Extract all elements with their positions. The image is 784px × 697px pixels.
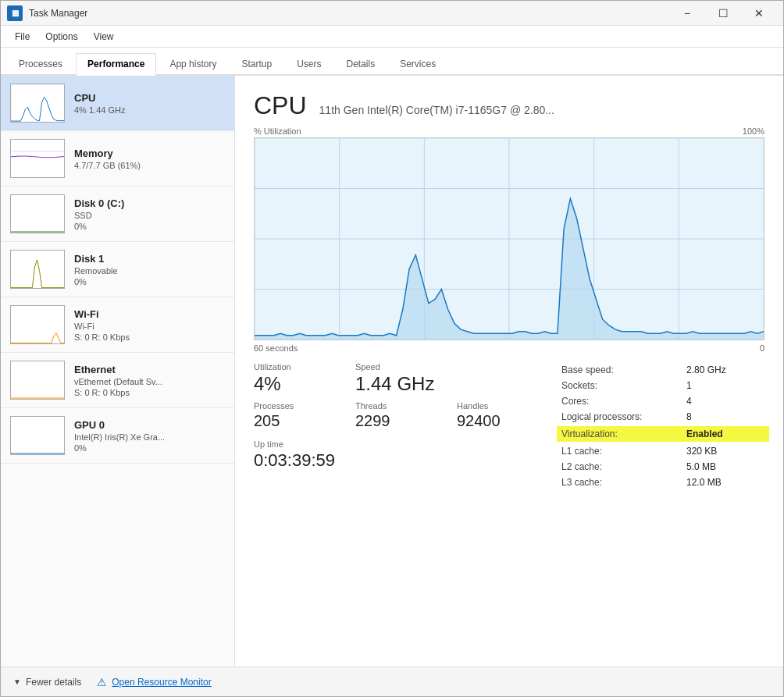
chart-labels: % Utilization 100% [254,126,764,136]
disk0-info: Disk 0 (C:) SSD 0% [74,197,225,231]
disk0-thumbnail [10,194,65,233]
x-axis-end: 0 [760,343,764,353]
x-axis-start: 60 seconds [254,343,298,353]
disk0-name: Disk 0 (C:) [74,197,225,209]
x-axis-labels: 60 seconds 0 [254,343,764,353]
ethernet-sub1: vEthernet (Default Sv... [74,377,225,386]
cpu-name: CPU [74,92,225,104]
open-resource-monitor-button[interactable]: ⚠ Open Resource Monitor [97,676,211,688]
cores-row: Cores: 4 [561,393,764,409]
spacer-block [457,362,546,395]
tab-app-history[interactable]: App history [158,53,228,74]
tab-bar: Processes Performance App history Startu… [1,48,783,76]
content-area: CPU 4% 1.44 GHz Memory 4.7/7.7 GB (61%) [1,76,783,667]
logical-key: Logical processors: [561,411,686,422]
wifi-name: Wi-Fi [74,308,225,320]
utilization-block: Utilization 4% [254,362,343,395]
threads-block: Threads 2299 [355,401,444,430]
l3-val: 12.0 MB [686,477,722,488]
virt-val: Enabled [686,429,723,439]
cpu-chart-area: % Utilization 100% 60 seconds 0 [254,126,764,353]
sockets-row: Sockets: 1 [561,378,764,393]
disk1-name: Disk 1 [74,253,225,265]
tab-performance[interactable]: Performance [76,53,156,76]
minimize-button[interactable]: − [669,1,705,26]
virt-key: Virtualization: [561,429,686,439]
disk0-sub2: 0% [74,222,225,231]
processes-value: 205 [254,412,343,430]
speed-block: Speed 1.44 GHz [355,362,444,395]
close-button[interactable]: ✕ [741,1,777,26]
fewer-details-button[interactable]: ▼ Fewer details [13,677,81,688]
sidebar-item-ethernet[interactable]: Ethernet vEthernet (Default Sv... S: 0 R… [1,353,234,408]
cores-val: 4 [686,396,692,407]
monitor-label: Open Resource Monitor [112,677,211,688]
tab-details[interactable]: Details [334,53,387,74]
y-axis-label: % Utilization [254,126,301,136]
tab-users[interactable]: Users [285,53,333,74]
title-controls: − ☐ ✕ [669,1,777,26]
handles-block: Handles 92400 [457,401,546,430]
wifi-info: Wi-Fi Wi-Fi S: 0 R: 0 Kbps [74,308,225,342]
ethernet-name: Ethernet [74,364,225,375]
stats-details-row: Utilization 4% Speed 1.44 GHz Processes … [254,362,764,490]
disk0-sub1: SSD [74,211,225,220]
tab-startup[interactable]: Startup [230,53,283,74]
window-title: Task Manager [29,8,669,19]
processes-block: Processes 205 [254,401,343,430]
sidebar-item-memory[interactable]: Memory 4.7/7.7 GB (61%) [1,131,234,187]
cores-key: Cores: [561,396,686,407]
l1-row: L1 cache: 320 KB [561,443,764,459]
disk1-thumbnail [10,250,65,289]
logical-val: 8 [686,411,692,422]
memory-info: Memory 4.7/7.7 GB (61%) [74,148,225,170]
handles-label: Handles [457,401,546,411]
threads-label: Threads [355,401,444,411]
cpu-info: CPU 4% 1.44 GHz [74,92,225,115]
ethernet-info: Ethernet vEthernet (Default Sv... S: 0 R… [74,364,225,397]
l3-row: L3 cache: 12.0 MB [561,475,764,490]
y-axis-max: 100% [743,126,764,136]
l2-val: 5.0 MB [686,461,716,472]
menu-bar: File Options View [1,26,783,48]
title-bar: ▦ Task Manager − ☐ ✕ [1,1,783,26]
fewer-details-label: Fewer details [26,677,81,688]
uptime-label: Up time [254,439,546,449]
utilization-value: 4% [254,373,343,395]
memory-sub1: 4.7/7.7 GB (61%) [74,161,225,170]
monitor-icon: ⚠ [97,676,107,688]
disk1-info: Disk 1 Removable 0% [74,253,225,286]
cpu-sub1: 4% 1.44 GHz [74,105,225,115]
virt-row: Virtualization: Enabled [557,426,769,442]
speed-value: 1.44 GHz [355,373,444,395]
l2-row: L2 cache: 5.0 MB [561,459,764,475]
tab-processes[interactable]: Processes [7,53,74,74]
sockets-key: Sockets: [561,380,686,391]
sidebar-item-disk0[interactable]: Disk 0 (C:) SSD 0% [1,187,234,242]
speed-label: Speed [355,362,444,372]
logical-row: Logical processors: 8 [561,409,764,425]
uptime-value: 0:03:39:59 [254,450,546,471]
gpu0-info: GPU 0 Intel(R) Iris(R) Xe Gra... 0% [74,419,225,453]
sidebar-item-wifi[interactable]: Wi-Fi Wi-Fi S: 0 R: 0 Kbps [1,297,234,353]
task-manager-window: ▦ Task Manager − ☐ ✕ File Options View P… [0,0,784,697]
wifi-sub1: Wi-Fi [74,322,225,331]
disk1-sub2: 0% [74,277,225,286]
menu-view[interactable]: View [86,28,122,45]
menu-options[interactable]: Options [37,28,85,45]
tab-services[interactable]: Services [388,53,447,74]
sidebar-item-gpu0[interactable]: GPU 0 Intel(R) Iris(R) Xe Gra... 0% [1,408,234,464]
memory-thumbnail [10,139,65,178]
stats-grid: Utilization 4% Speed 1.44 GHz Processes … [254,362,546,430]
sidebar-item-cpu[interactable]: CPU 4% 1.44 GHz [1,76,234,131]
gpu0-sub1: Intel(R) Iris(R) Xe Gra... [74,432,225,442]
sidebar-item-disk1[interactable]: Disk 1 Removable 0% [1,242,234,297]
sidebar: CPU 4% 1.44 GHz Memory 4.7/7.7 GB (61%) [1,76,235,667]
maximize-button[interactable]: ☐ [705,1,741,26]
cpu-main-subtitle: 11th Gen Intel(R) Core(TM) i7-1165G7 @ 2… [319,104,554,116]
details-section: Base speed: 2.80 GHz Sockets: 1 Cores: 4… [561,362,764,490]
l2-key: L2 cache: [561,461,686,472]
gpu0-thumbnail [10,416,65,455]
menu-file[interactable]: File [7,28,37,45]
wifi-thumbnail [10,305,65,344]
